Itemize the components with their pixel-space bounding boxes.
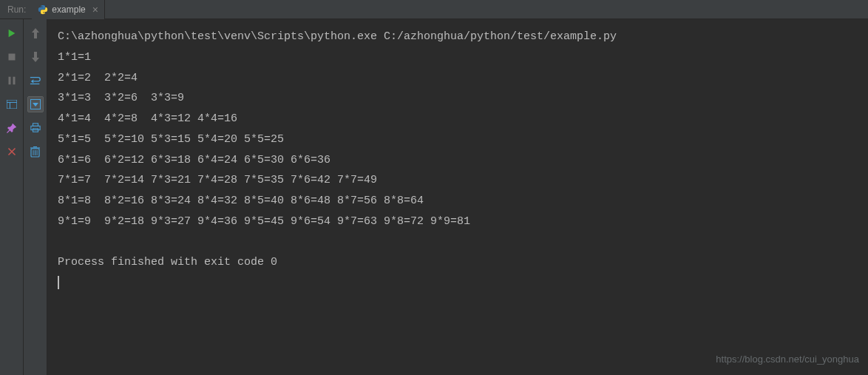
console-line: 1*1=1 [58, 47, 858, 68]
run-button[interactable] [4, 25, 20, 41]
down-arrow-icon[interactable] [27, 49, 44, 65]
layout-icon[interactable] [4, 96, 20, 112]
run-label: Run: [0, 4, 32, 15]
console-line: 8*1=8 8*2=16 8*3=24 8*4=32 8*5=40 8*6=48… [58, 191, 858, 212]
console-line: 4*1=4 4*2=8 4*3=12 4*4=16 [58, 109, 858, 129]
console-line: 7*1=7 7*2=14 7*3=21 7*4=28 7*5=35 7*6=42… [58, 170, 858, 191]
stop-button[interactable] [4, 49, 20, 65]
run-tab-example[interactable]: example × [32, 0, 105, 19]
python-file-icon [38, 4, 48, 15]
svg-rect-1 [8, 77, 10, 85]
console-line: 2*1=2 2*2=4 [58, 68, 858, 89]
console-line: 9*1=9 9*2=18 9*3=27 9*4=36 9*5=45 9*6=54… [58, 212, 858, 232]
console-command: C:\azhonghua\python\test\venv\Scripts\py… [58, 27, 858, 47]
svg-rect-9 [30, 126, 39, 129]
svg-rect-3 [7, 100, 17, 109]
tab-label: example [52, 4, 85, 15]
console-blank [58, 232, 858, 253]
trash-icon[interactable] [27, 143, 44, 160]
pin-icon[interactable] [4, 120, 20, 136]
close-tab-icon[interactable]: × [89, 4, 98, 16]
console-output[interactable]: C:\azhonghua\python\test\venv\Scripts\py… [47, 19, 868, 375]
pause-button[interactable] [4, 72, 20, 89]
watermark-text: https://blog.csdn.net/cui_yonghua [716, 354, 859, 365]
soft-wrap-icon[interactable] [27, 72, 44, 89]
svg-rect-0 [8, 54, 15, 61]
console-line: 5*1=5 5*2=10 5*3=15 5*4=20 5*5=25 [58, 129, 858, 150]
up-arrow-icon[interactable] [27, 25, 44, 41]
main-area: C:\azhonghua\python\test\venv\Scripts\py… [0, 19, 868, 375]
run-actions-gutter [0, 19, 24, 375]
console-exit-line: Process finished with exit code 0 [58, 252, 858, 273]
run-tool-header: Run: example × [0, 0, 868, 19]
svg-rect-2 [13, 77, 15, 85]
close-panel-icon[interactable] [4, 143, 20, 160]
print-icon[interactable] [27, 120, 44, 136]
console-line: 6*1=6 6*2=12 6*3=18 6*4=24 6*5=30 6*6=36 [58, 150, 858, 171]
scroll-to-end-icon[interactable] [27, 96, 44, 112]
console-nav-gutter [24, 19, 47, 375]
caret-line [58, 273, 858, 294]
console-line: 3*1=3 3*2=6 3*3=9 [58, 88, 858, 109]
